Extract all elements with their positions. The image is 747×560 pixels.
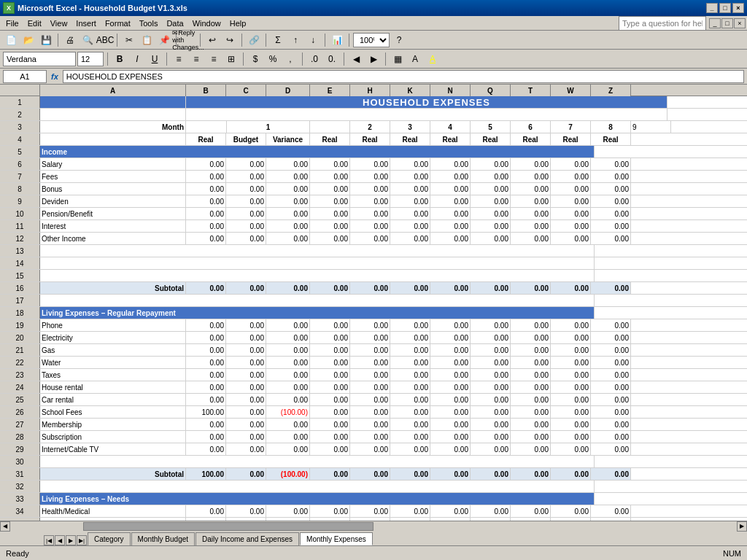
cell-q16[interactable]: 0.00 xyxy=(471,282,511,294)
cell-k27[interactable]: 0.00 xyxy=(390,419,430,430)
help-icon[interactable]: ? xyxy=(391,32,407,48)
menu-insert[interactable]: Insert xyxy=(71,18,101,29)
cell-e22[interactable]: 0.00 xyxy=(310,357,350,368)
cell-d16[interactable]: 0.00 xyxy=(266,282,310,294)
cell-h35[interactable]: 0.00 xyxy=(350,518,390,521)
cell-b26[interactable]: 100.00 xyxy=(186,406,226,418)
menu-edit[interactable]: Edit xyxy=(23,18,46,29)
cell-q34[interactable]: 0.00 xyxy=(471,505,511,517)
sort-asc-icon[interactable]: ↑ xyxy=(287,32,303,48)
cell-z29[interactable]: 0.00 xyxy=(591,443,631,455)
tab-monthly-budget[interactable]: Monthly Budget xyxy=(131,532,196,545)
cell-w31[interactable]: 0.00 xyxy=(551,468,591,480)
cell-e28[interactable]: 0.00 xyxy=(310,431,350,443)
cell-t34[interactable]: 0.00 xyxy=(511,505,551,517)
cell-q26[interactable]: 0.00 xyxy=(471,406,511,418)
increase-indent-icon[interactable]: ▶ xyxy=(365,51,382,67)
cell-t25[interactable]: 0.00 xyxy=(511,394,551,405)
cell-a10[interactable]: Pension/Benefit xyxy=(40,208,186,219)
cell-d28[interactable]: 0.00 xyxy=(266,431,310,443)
cell-e29[interactable]: 0.00 xyxy=(310,443,350,455)
cell-n26[interactable]: 0.00 xyxy=(430,406,471,418)
cell-n22[interactable]: 0.00 xyxy=(430,357,471,368)
cell-n25[interactable]: 0.00 xyxy=(430,394,471,405)
save-icon[interactable]: 💾 xyxy=(38,32,54,48)
cell-z9[interactable]: 0.00 xyxy=(591,195,631,207)
cell-a2[interactable] xyxy=(40,109,186,120)
cell-e19[interactable]: 0.00 xyxy=(310,319,350,331)
cell-c29[interactable]: 0.00 xyxy=(226,443,266,455)
cell-z35[interactable]: 0.00 xyxy=(591,518,631,521)
cell-c10[interactable]: 0.00 xyxy=(226,208,266,219)
cell-k25[interactable]: 0.00 xyxy=(390,394,430,405)
paste-icon[interactable]: 📌 xyxy=(156,32,172,48)
cell-h7[interactable]: 0.00 xyxy=(350,171,390,182)
scroll-right-btn[interactable]: ▶ xyxy=(737,521,747,532)
percent-icon[interactable]: % xyxy=(265,51,281,67)
cell-a20[interactable]: Electricity xyxy=(40,332,186,343)
cell-n11[interactable]: 0.00 xyxy=(430,220,471,232)
cell-a6[interactable]: Salary xyxy=(40,158,186,170)
cell-e20[interactable]: 0.00 xyxy=(310,332,350,343)
cell-c27[interactable]: 0.00 xyxy=(226,419,266,430)
font-size-input[interactable] xyxy=(77,52,104,66)
cell-b21[interactable]: 0.00 xyxy=(186,344,226,356)
cell-h23[interactable]: 0.00 xyxy=(350,369,390,381)
cell-a1[interactable] xyxy=(40,96,186,108)
formula-input[interactable] xyxy=(63,70,744,83)
increase-decimal-icon[interactable]: .0 xyxy=(306,51,322,67)
decrease-decimal-icon[interactable]: 0. xyxy=(324,51,340,67)
menu-tools[interactable]: Tools xyxy=(135,18,163,29)
cell-n21[interactable]: 0.00 xyxy=(430,344,471,356)
cell-b19[interactable]: 0.00 xyxy=(186,319,226,331)
cell-n28[interactable]: 0.00 xyxy=(430,431,471,443)
cell-k6[interactable]: 0.00 xyxy=(390,158,430,170)
cell-z10[interactable]: 0.00 xyxy=(591,208,631,219)
cell-w27[interactable]: 0.00 xyxy=(551,419,591,430)
cell-e9[interactable]: 0.00 xyxy=(310,195,350,207)
cell-q19[interactable]: 0.00 xyxy=(471,319,511,331)
cell-k8[interactable]: 0.00 xyxy=(390,183,430,195)
cell-b6[interactable]: 0.00 xyxy=(186,158,226,170)
cell-reference-input[interactable] xyxy=(3,70,47,83)
col-c-header[interactable]: C xyxy=(226,85,266,96)
cell-h12[interactable]: 0.00 xyxy=(350,233,390,244)
cell-d24[interactable]: 0.00 xyxy=(266,381,310,393)
cell-k7[interactable]: 0.00 xyxy=(390,171,430,182)
cell-a8[interactable]: Bonus xyxy=(40,183,186,195)
cell-h16[interactable]: 0.00 xyxy=(350,282,390,294)
cell-e24[interactable]: 0.00 xyxy=(310,381,350,393)
cell-n10[interactable]: 0.00 xyxy=(430,208,471,219)
col-w-header[interactable]: W xyxy=(551,85,591,96)
cell-k26[interactable]: 0.00 xyxy=(390,406,430,418)
copy-icon[interactable]: 📋 xyxy=(139,32,155,48)
cell-z6[interactable]: 0.00 xyxy=(591,158,631,170)
cell-empty-13[interactable] xyxy=(40,245,595,257)
cell-z31[interactable]: 0.00 xyxy=(591,468,631,480)
borders-icon[interactable]: ▦ xyxy=(390,51,406,67)
cell-e6[interactable]: 0.00 xyxy=(310,158,350,170)
cell-w16[interactable]: 0.00 xyxy=(551,282,591,294)
cell-empty-30[interactable] xyxy=(40,456,595,467)
cell-w11[interactable]: 0.00 xyxy=(551,220,591,232)
cell-z26[interactable]: 0.00 xyxy=(591,406,631,418)
cell-b35[interactable]: 0.00 xyxy=(186,518,226,521)
cell-a9[interactable]: Deviden xyxy=(40,195,186,207)
cell-n24[interactable]: 0.00 xyxy=(430,381,471,393)
underline-icon[interactable]: U xyxy=(147,51,163,67)
cell-a26[interactable]: School Fees xyxy=(40,406,186,418)
autosum-icon[interactable]: Σ xyxy=(270,32,286,48)
cell-q21[interactable]: 0.00 xyxy=(471,344,511,356)
tab-category[interactable]: Category xyxy=(88,532,131,545)
col-b-header[interactable]: B xyxy=(186,85,226,96)
cell-t12[interactable]: 0.00 xyxy=(511,233,551,244)
cell-h10[interactable]: 0.00 xyxy=(350,208,390,219)
cell-q20[interactable]: 0.00 xyxy=(471,332,511,343)
cell-n23[interactable]: 0.00 xyxy=(430,369,471,381)
cell-h24[interactable]: 0.00 xyxy=(350,381,390,393)
cell-h26[interactable]: 0.00 xyxy=(350,406,390,418)
cell-c31[interactable]: 0.00 xyxy=(226,468,266,480)
cell-b7[interactable]: 0.00 xyxy=(186,171,226,182)
cell-c16[interactable]: 0.00 xyxy=(226,282,266,294)
scrollbar-track[interactable] xyxy=(10,521,737,532)
